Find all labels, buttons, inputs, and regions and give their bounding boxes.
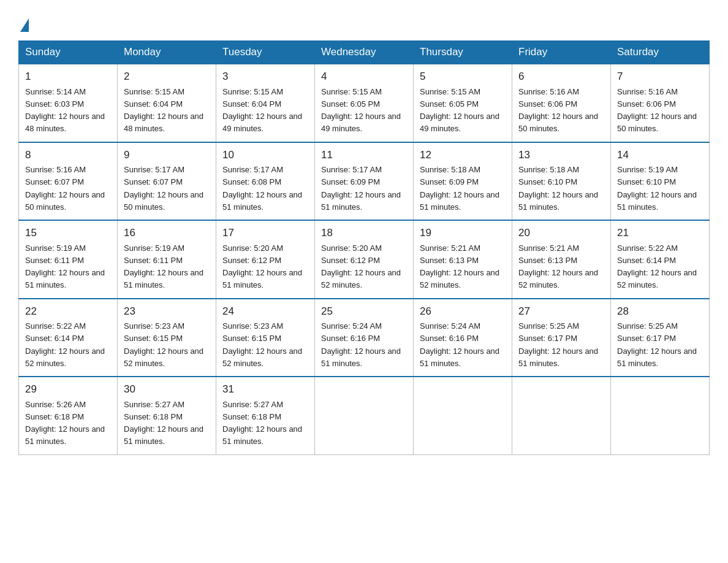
day-info: Sunrise: 5:15 AMSunset: 6:04 PMDaylight:… [222,87,302,134]
day-cell: 24 Sunrise: 5:23 AMSunset: 6:15 PMDaylig… [216,299,315,377]
day-cell: 25 Sunrise: 5:24 AMSunset: 6:16 PMDaylig… [315,299,414,377]
day-number: 10 [222,147,308,163]
day-cell: 20 Sunrise: 5:21 AMSunset: 6:13 PMDaylig… [512,220,611,299]
day-info: Sunrise: 5:20 AMSunset: 6:12 PMDaylight:… [321,243,401,290]
day-number: 22 [25,304,111,320]
header-cell-wednesday: Wednesday [315,41,414,64]
day-cell: 8 Sunrise: 5:16 AMSunset: 6:07 PMDayligh… [19,142,118,221]
day-cell: 21 Sunrise: 5:22 AMSunset: 6:14 PMDaylig… [611,220,710,299]
day-info: Sunrise: 5:15 AMSunset: 6:05 PMDaylight:… [321,87,401,134]
day-cell: 23 Sunrise: 5:23 AMSunset: 6:15 PMDaylig… [118,299,216,377]
day-number: 3 [222,69,308,85]
day-cell: 12 Sunrise: 5:18 AMSunset: 6:09 PMDaylig… [414,142,512,221]
day-info: Sunrise: 5:23 AMSunset: 6:15 PMDaylight:… [222,321,302,368]
day-number: 19 [420,225,506,241]
day-number: 12 [420,147,506,163]
day-number: 20 [518,225,604,241]
header-cell-thursday: Thursday [414,41,512,64]
day-number: 31 [222,381,308,397]
logo [18,17,29,29]
day-number: 5 [420,69,506,85]
day-cell: 28 Sunrise: 5:25 AMSunset: 6:17 PMDaylig… [611,299,710,377]
day-info: Sunrise: 5:22 AMSunset: 6:14 PMDaylight:… [25,321,105,368]
day-number: 4 [321,69,407,85]
header-row: SundayMondayTuesdayWednesdayThursdayFrid… [19,41,710,64]
day-info: Sunrise: 5:15 AMSunset: 6:05 PMDaylight:… [420,87,499,134]
header-cell-monday: Monday [118,41,216,64]
calendar-header: SundayMondayTuesdayWednesdayThursdayFrid… [19,41,710,64]
day-info: Sunrise: 5:21 AMSunset: 6:13 PMDaylight:… [518,243,598,290]
day-cell: 11 Sunrise: 5:17 AMSunset: 6:09 PMDaylig… [315,142,414,221]
header-cell-tuesday: Tuesday [216,41,315,64]
day-number: 9 [124,147,210,163]
day-number: 8 [25,147,111,163]
day-number: 17 [222,225,308,241]
day-info: Sunrise: 5:19 AMSunset: 6:10 PMDaylight:… [617,165,697,212]
page-header [18,12,710,29]
day-cell: 5 Sunrise: 5:15 AMSunset: 6:05 PMDayligh… [414,64,512,142]
day-cell: 14 Sunrise: 5:19 AMSunset: 6:10 PMDaylig… [611,142,710,221]
day-cell: 15 Sunrise: 5:19 AMSunset: 6:11 PMDaylig… [19,220,118,299]
day-info: Sunrise: 5:27 AMSunset: 6:18 PMDaylight:… [222,400,302,446]
day-info: Sunrise: 5:27 AMSunset: 6:18 PMDaylight:… [124,400,203,446]
day-cell [315,377,414,454]
day-cell: 17 Sunrise: 5:20 AMSunset: 6:12 PMDaylig… [216,220,315,299]
day-info: Sunrise: 5:17 AMSunset: 6:08 PMDaylight:… [222,165,302,212]
day-info: Sunrise: 5:19 AMSunset: 6:11 PMDaylight:… [124,243,203,290]
header-cell-saturday: Saturday [611,41,710,64]
week-row-1: 1 Sunrise: 5:14 AMSunset: 6:03 PMDayligh… [19,64,710,142]
day-cell [611,377,710,454]
day-cell: 18 Sunrise: 5:20 AMSunset: 6:12 PMDaylig… [315,220,414,299]
day-cell: 16 Sunrise: 5:19 AMSunset: 6:11 PMDaylig… [118,220,216,299]
day-number: 26 [420,304,506,320]
day-number: 11 [321,147,407,163]
day-info: Sunrise: 5:23 AMSunset: 6:15 PMDaylight:… [124,321,203,368]
day-cell: 29 Sunrise: 5:26 AMSunset: 6:18 PMDaylig… [19,377,118,454]
day-number: 15 [25,225,111,241]
day-number: 28 [617,304,703,320]
day-info: Sunrise: 5:20 AMSunset: 6:12 PMDaylight:… [222,243,302,290]
day-number: 29 [25,381,111,397]
day-number: 21 [617,225,703,241]
day-info: Sunrise: 5:21 AMSunset: 6:13 PMDaylight:… [420,243,499,290]
day-cell [512,377,611,454]
day-number: 18 [321,225,407,241]
day-info: Sunrise: 5:26 AMSunset: 6:18 PMDaylight:… [25,400,105,446]
day-number: 13 [518,147,604,163]
day-info: Sunrise: 5:19 AMSunset: 6:11 PMDaylight:… [25,243,105,290]
day-cell: 6 Sunrise: 5:16 AMSunset: 6:06 PMDayligh… [512,64,611,142]
week-row-2: 8 Sunrise: 5:16 AMSunset: 6:07 PMDayligh… [19,142,710,221]
day-info: Sunrise: 5:16 AMSunset: 6:06 PMDaylight:… [518,87,598,134]
header-cell-sunday: Sunday [19,41,118,64]
week-row-3: 15 Sunrise: 5:19 AMSunset: 6:11 PMDaylig… [19,220,710,299]
day-number: 16 [124,225,210,241]
day-cell: 4 Sunrise: 5:15 AMSunset: 6:05 PMDayligh… [315,64,414,142]
day-cell: 2 Sunrise: 5:15 AMSunset: 6:04 PMDayligh… [118,64,216,142]
day-info: Sunrise: 5:24 AMSunset: 6:16 PMDaylight:… [420,321,499,368]
day-cell: 27 Sunrise: 5:25 AMSunset: 6:17 PMDaylig… [512,299,611,377]
logo-triangle-icon [20,18,29,32]
calendar-body: 1 Sunrise: 5:14 AMSunset: 6:03 PMDayligh… [19,64,710,454]
day-cell: 7 Sunrise: 5:16 AMSunset: 6:06 PMDayligh… [611,64,710,142]
day-info: Sunrise: 5:22 AMSunset: 6:14 PMDaylight:… [617,243,697,290]
header-cell-friday: Friday [512,41,611,64]
week-row-5: 29 Sunrise: 5:26 AMSunset: 6:18 PMDaylig… [19,377,710,454]
day-number: 27 [518,304,604,320]
day-cell: 31 Sunrise: 5:27 AMSunset: 6:18 PMDaylig… [216,377,315,454]
day-info: Sunrise: 5:17 AMSunset: 6:07 PMDaylight:… [124,165,203,212]
day-cell: 30 Sunrise: 5:27 AMSunset: 6:18 PMDaylig… [118,377,216,454]
day-cell: 3 Sunrise: 5:15 AMSunset: 6:04 PMDayligh… [216,64,315,142]
day-info: Sunrise: 5:17 AMSunset: 6:09 PMDaylight:… [321,165,401,212]
day-info: Sunrise: 5:18 AMSunset: 6:09 PMDaylight:… [420,165,499,212]
day-number: 14 [617,147,703,163]
day-cell [414,377,512,454]
day-cell: 13 Sunrise: 5:18 AMSunset: 6:10 PMDaylig… [512,142,611,221]
day-info: Sunrise: 5:24 AMSunset: 6:16 PMDaylight:… [321,321,401,368]
day-number: 23 [124,304,210,320]
day-cell: 22 Sunrise: 5:22 AMSunset: 6:14 PMDaylig… [19,299,118,377]
day-cell: 19 Sunrise: 5:21 AMSunset: 6:13 PMDaylig… [414,220,512,299]
day-number: 25 [321,304,407,320]
day-info: Sunrise: 5:18 AMSunset: 6:10 PMDaylight:… [518,165,598,212]
day-info: Sunrise: 5:25 AMSunset: 6:17 PMDaylight:… [518,321,598,368]
day-number: 2 [124,69,210,85]
